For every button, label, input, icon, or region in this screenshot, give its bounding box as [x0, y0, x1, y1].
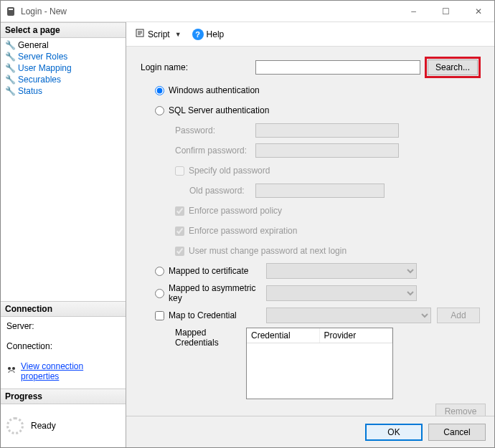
must-change-check: User must change password at next login: [141, 246, 486, 256]
page-list: 🔧 General 🔧 Server Roles 🔧 User Mapping …: [1, 38, 126, 98]
script-icon: [135, 28, 145, 40]
must-change-checkbox: [175, 247, 184, 256]
password-label: Password:: [141, 125, 255, 135]
map-cred-checkbox[interactable]: [155, 311, 164, 320]
specify-old-password-label: Specify old password: [189, 166, 270, 176]
login-name-label: Login name:: [141, 62, 255, 72]
wrench-icon: 🔧: [5, 40, 15, 50]
wrench-icon: 🔧: [5, 86, 15, 96]
map-cred-check[interactable]: Map to Credential: [141, 310, 266, 320]
map-cred-select: [266, 308, 431, 323]
wrench-icon: 🔧: [5, 75, 15, 85]
server-label: Server:: [6, 321, 120, 331]
mapped-cert-select: [266, 263, 417, 279]
wrench-icon: 🔧: [5, 63, 15, 73]
page-label: Status: [18, 86, 42, 96]
progress-body: Ready: [1, 404, 126, 447]
ok-button[interactable]: OK: [365, 424, 423, 441]
dialog-footer: OK Cancel: [126, 416, 494, 447]
page-item-status[interactable]: 🔧 Status: [4, 85, 123, 97]
page-label: Server Roles: [18, 52, 67, 62]
old-password-input: [255, 184, 385, 198]
login-name-input[interactable]: [255, 60, 420, 75]
connection-icon: [6, 366, 16, 378]
progress-spinner-icon: [6, 417, 24, 434]
enforce-policy-check: Enforce password policy: [141, 206, 486, 216]
progress-header: Progress: [1, 389, 126, 404]
window-title: Login - New: [21, 6, 67, 16]
maximize-button[interactable]: ☐: [430, 1, 462, 22]
windows-auth-radio-input[interactable]: [155, 86, 164, 95]
cred-header-credential: Credential: [247, 328, 320, 343]
svg-point-2: [8, 367, 11, 370]
mapped-cert-label: Mapped to certificate: [169, 266, 248, 276]
toolbar: Script ▼ ? Help: [126, 22, 494, 47]
password-input: [255, 123, 399, 138]
minimize-button[interactable]: –: [397, 1, 430, 22]
svg-point-3: [12, 367, 15, 370]
title-bar: Login - New – ☐ ✕: [1, 1, 494, 22]
svg-rect-1: [9, 9, 13, 10]
enforce-policy-label: Enforce password policy: [189, 206, 282, 216]
mapped-credentials-label: Mapped Credentials: [141, 328, 246, 348]
mapped-asym-radio[interactable]: Mapped to asymmetric key: [141, 283, 266, 303]
progress-status: Ready: [31, 421, 56, 431]
mapped-credentials-table: Credential Provider: [246, 328, 393, 399]
mapped-cert-radio[interactable]: Mapped to certificate: [141, 266, 266, 276]
connection-body: Server: Connection: View connection prop…: [1, 317, 126, 389]
view-connection-properties-label: View connection properties: [21, 361, 120, 381]
close-button[interactable]: ✕: [462, 1, 494, 22]
help-icon: ?: [192, 29, 204, 40]
page-item-server-roles[interactable]: 🔧 Server Roles: [4, 51, 123, 62]
sql-auth-radio-input[interactable]: [155, 106, 164, 115]
cred-header-provider: Provider: [320, 328, 393, 343]
page-item-general[interactable]: 🔧 General: [4, 39, 123, 51]
sql-auth-label: SQL Server authentication: [169, 105, 269, 115]
old-password-label: Old password:: [141, 186, 255, 196]
mapped-cert-radio-input[interactable]: [155, 267, 164, 276]
content: Script ▼ ? Help Login name: Search... Wi…: [126, 22, 494, 447]
view-connection-properties-link[interactable]: View connection properties: [6, 361, 120, 381]
mapped-asym-radio-input[interactable]: [155, 289, 164, 298]
enforce-policy-checkbox: [175, 206, 184, 216]
help-label: Help: [207, 29, 225, 39]
search-button[interactable]: Search...: [428, 59, 478, 75]
svg-rect-0: [7, 7, 14, 16]
windows-auth-label: Windows authentication: [169, 85, 260, 95]
page-label: User Mapping: [18, 63, 72, 73]
app-icon: [5, 6, 16, 17]
page-label: Securables: [18, 75, 61, 85]
enforce-expiration-label: Enforce password expiration: [189, 226, 297, 236]
help-button[interactable]: ? Help: [189, 27, 227, 42]
select-page-header: Select a page: [1, 22, 126, 38]
page-item-securables[interactable]: 🔧 Securables: [4, 74, 123, 85]
confirm-password-label: Confirm password:: [141, 146, 255, 156]
add-button: Add: [437, 308, 480, 323]
script-button[interactable]: Script ▼: [132, 27, 187, 42]
page-label: General: [18, 40, 49, 50]
chevron-down-icon: ▼: [173, 31, 184, 38]
mapped-asym-select: [266, 285, 417, 301]
form-area: Login name: Search... Windows authentica…: [126, 47, 494, 416]
windows-auth-radio[interactable]: Windows authentication: [141, 85, 486, 95]
remove-button: Remove: [435, 404, 486, 416]
must-change-label: User must change password at next login: [189, 246, 346, 256]
page-item-user-mapping[interactable]: 🔧 User Mapping: [4, 62, 123, 74]
connection-header: Connection: [1, 301, 126, 317]
mapped-asym-label: Mapped to asymmetric key: [169, 283, 266, 303]
script-label: Script: [148, 29, 170, 39]
cancel-button[interactable]: Cancel: [428, 424, 486, 441]
specify-old-password-check: Specify old password: [141, 166, 486, 176]
connection-label: Connection:: [6, 341, 120, 351]
specify-old-password-checkbox: [175, 166, 184, 176]
enforce-expiration-checkbox: [175, 227, 184, 236]
enforce-expiration-check: Enforce password expiration: [141, 226, 486, 236]
confirm-password-input: [255, 143, 399, 158]
sql-auth-radio[interactable]: SQL Server authentication: [141, 105, 486, 115]
wrench-icon: 🔧: [5, 52, 15, 62]
map-cred-label: Map to Credential: [169, 310, 237, 320]
sidebar: Select a page 🔧 General 🔧 Server Roles 🔧…: [1, 22, 126, 447]
